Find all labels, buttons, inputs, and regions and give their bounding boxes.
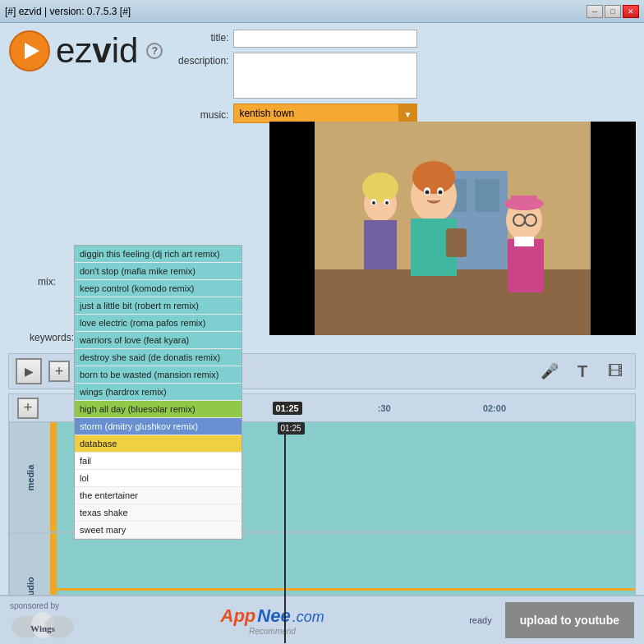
- mic-button[interactable]: 🎤: [536, 358, 563, 384]
- sponsor-area: sponsored by Wings: [10, 601, 76, 640]
- maximize-button[interactable]: □: [605, 5, 621, 18]
- play-button[interactable]: ▶: [16, 358, 42, 384]
- add-to-timeline-button[interactable]: +: [17, 398, 39, 419]
- text-button[interactable]: T: [569, 358, 596, 384]
- video-inner: [269, 122, 636, 335]
- titlebar-controls: ─ □ ✕: [586, 5, 639, 18]
- music-dropdown[interactable]: kentish town ▼: [233, 104, 417, 123]
- add-icon: +: [55, 363, 64, 380]
- main-content: ezvid ? title: description: music: kenti…: [0, 23, 644, 644]
- video-preview: [269, 122, 636, 335]
- status-text: ready: [469, 615, 492, 625]
- dropdown-item-11[interactable]: database: [75, 435, 242, 453]
- svg-rect-20: [508, 239, 544, 292]
- close-button[interactable]: ✕: [623, 5, 639, 18]
- svg-point-16: [426, 191, 430, 195]
- film-icon: 🎞: [608, 363, 623, 380]
- mix-label: mix:: [38, 276, 56, 288]
- play-icon: ▶: [25, 365, 34, 378]
- dropdown-item-5[interactable]: warriors of love (feat kyara): [75, 332, 242, 349]
- title-label: title:: [171, 30, 228, 44]
- help-icon[interactable]: ?: [146, 43, 163, 59]
- dropdown-item-2[interactable]: keep control (komodo remix): [75, 280, 242, 297]
- title-row: title:: [171, 30, 417, 48]
- dropdown-list: diggin this feeling (dj rich art remix)d…: [74, 245, 242, 540]
- svg-point-33: [385, 201, 389, 205]
- dropdown-item-8[interactable]: wings (hardrox remix): [75, 384, 242, 401]
- appnee-logo: App: [221, 605, 256, 627]
- appnee-area: App Nee .com Recommend: [84, 605, 461, 636]
- playhead-label: 01:25: [278, 422, 305, 435]
- time-marker-2: 01:25: [273, 402, 302, 415]
- film-button[interactable]: 🎞: [602, 358, 628, 384]
- form-area: title: description: music: kentish town …: [171, 30, 417, 123]
- upload-button[interactable]: upload to youtube: [505, 602, 634, 638]
- dropdown-item-3[interactable]: just a little bit (robert m remix): [75, 297, 242, 315]
- add-timeline-icon: +: [24, 399, 33, 416]
- wings-logo: Wings: [10, 610, 76, 640]
- dropdown-item-14[interactable]: the entertainer: [75, 487, 242, 504]
- dropdown-item-13[interactable]: lol: [75, 470, 242, 487]
- titlebar: [#] ezvid | version: 0.7.5.3 [#] ─ □ ✕: [0, 0, 644, 23]
- help-char: ?: [152, 45, 158, 57]
- svg-point-31: [372, 201, 375, 205]
- dropdown-item-16[interactable]: sweet mary: [75, 522, 242, 539]
- svg-rect-22: [511, 196, 537, 207]
- logo-icon: [8, 30, 51, 72]
- appnee-logo2: Nee: [257, 605, 290, 627]
- dropdown-item-0[interactable]: diggin this feeling (dj rich art remix): [75, 246, 242, 263]
- svg-rect-4: [591, 122, 636, 335]
- svg-rect-3: [269, 122, 315, 335]
- description-input[interactable]: [233, 53, 417, 99]
- bottom-bar: sponsored by Wings App Nee .com Recommen…: [0, 595, 644, 644]
- audio-line: [50, 588, 635, 591]
- sponsor-text: sponsored by: [10, 601, 59, 610]
- svg-point-17: [439, 191, 443, 195]
- mic-icon: 🎤: [540, 362, 559, 380]
- dropdown-item-4[interactable]: love electric (roma pafos remix): [75, 315, 242, 332]
- dropdown-item-7[interactable]: born to be wasted (mansion remix): [75, 366, 242, 384]
- minimize-button[interactable]: ─: [586, 5, 603, 18]
- dropdown-item-1[interactable]: don't stop (mafia mike remix): [75, 263, 242, 280]
- dropdown-item-12[interactable]: fail: [75, 453, 242, 470]
- svg-rect-29: [364, 220, 397, 269]
- description-row: description:: [171, 53, 417, 99]
- svg-point-13: [412, 161, 455, 194]
- text-icon: T: [577, 362, 587, 381]
- dropdown-item-10[interactable]: storm (dmitry glushkov remix): [75, 418, 242, 435]
- dropdown-item-6[interactable]: destroy she said (de donatis remix): [75, 349, 242, 366]
- scene-bg: [269, 122, 636, 335]
- music-label: music:: [171, 107, 228, 121]
- top-area: ezvid ? title: description: music: kenti…: [0, 23, 644, 126]
- music-row: music: kentish town ▼: [171, 104, 417, 123]
- media-track-label: media: [9, 422, 50, 533]
- titlebar-text: [#] ezvid | version: 0.7.5.3 [#]: [5, 6, 131, 17]
- time-marker-4: 02:00: [483, 403, 506, 413]
- svg-rect-18: [446, 228, 467, 257]
- wings-logo-graphic: Wings: [10, 610, 76, 640]
- description-label: description:: [171, 53, 228, 67]
- svg-rect-6: [315, 269, 591, 335]
- keywords-label: keywords:: [30, 332, 74, 343]
- svg-rect-9: [475, 179, 499, 212]
- dropdown-item-9[interactable]: high all day (bluesolar remix): [75, 401, 242, 418]
- add-media-button[interactable]: +: [48, 361, 70, 382]
- appnee-domain: .com: [292, 609, 324, 626]
- music-value: kentish town: [239, 108, 294, 119]
- svg-point-28: [362, 172, 398, 202]
- appnee-recommend: Recommend: [249, 627, 296, 636]
- media-track-handle: [50, 422, 57, 531]
- time-marker-3: :30: [378, 403, 391, 413]
- logo-area: ezvid ?: [8, 30, 163, 72]
- title-input[interactable]: [233, 30, 417, 48]
- dropdown-item-15[interactable]: texas shake: [75, 504, 242, 522]
- logo-text: ezvid: [56, 34, 138, 68]
- playhead: [284, 422, 286, 643]
- svg-text:Wings: Wings: [30, 623, 55, 633]
- svg-rect-26: [514, 237, 534, 246]
- bottom-right: ready upload to youtube: [469, 602, 634, 638]
